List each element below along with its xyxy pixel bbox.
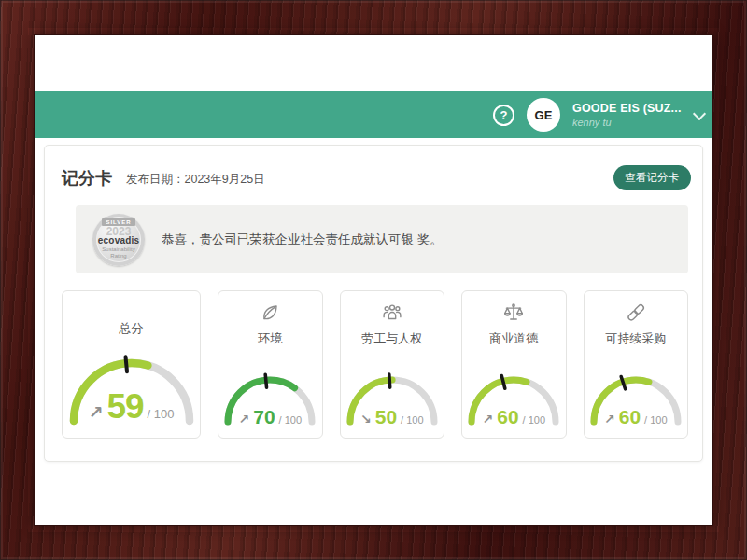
score-card: 环境↗70/ 100	[218, 290, 323, 439]
trend-down-icon: ↘	[360, 412, 372, 427]
score-line: ↘50/ 100	[344, 406, 441, 428]
score-card-label: 商业道德	[489, 330, 538, 347]
page-title: 记分卡	[62, 167, 112, 189]
score-card-label: 总分	[120, 320, 144, 337]
score-gauge: ↘50/ 100	[344, 369, 441, 430]
score-card: 劳工与人权↘50/ 100	[340, 290, 445, 439]
score-denominator: / 100	[523, 414, 545, 426]
app-page: ? GE GOODE EIS (SUZ... kenny tu 记分卡 发布日期…	[35, 35, 712, 525]
score-line: ↗70/ 100	[221, 406, 318, 428]
award-banner: SILVER 2023 ecovadis Sustainability Rati…	[76, 205, 688, 273]
user-name: kenny tu	[572, 116, 683, 129]
medal-tier-ribbon: SILVER	[102, 218, 134, 226]
link-icon	[624, 301, 648, 325]
score-card-label: 劳工与人权	[361, 330, 422, 347]
score-denominator: / 100	[401, 414, 423, 426]
score-value: 60	[619, 406, 641, 428]
trend-up-icon: ↗	[89, 401, 104, 423]
panel-header: 记分卡 发布日期：2023年9月25日 查看记分卡	[45, 146, 702, 190]
medal-brand: ecovadis	[98, 236, 139, 245]
gauge-needle	[125, 357, 127, 371]
trend-up-icon: ↗	[604, 412, 615, 427]
score-line: ↗60/ 100	[587, 406, 684, 428]
avatar[interactable]: GE	[527, 98, 560, 132]
score-line: ↗59/ 100	[66, 387, 197, 427]
account-name: GOODE EIS (SUZ...	[572, 101, 683, 116]
score-denominator: / 100	[644, 414, 667, 426]
people-icon	[380, 301, 404, 325]
score-gauge: ↗60/ 100	[587, 369, 684, 430]
score-card: 可持续采购↗60/ 100	[584, 290, 689, 439]
help-icon[interactable]: ?	[493, 105, 514, 126]
score-gauge: ↗70/ 100	[221, 369, 318, 430]
trend-up-icon: ↗	[482, 412, 493, 427]
app-header: ? GE GOODE EIS (SUZ... kenny tu	[35, 91, 712, 138]
score-card: 总分↗59/ 100	[62, 290, 201, 439]
score-value: 59	[106, 387, 143, 427]
scales-icon	[501, 301, 526, 325]
score-card-label: 环境	[258, 330, 282, 347]
score-line: ↗60/ 100	[465, 406, 562, 428]
score-cards-row: 总分↗59/ 100环境↗70/ 100劳工与人权↘50/ 100商业道德↗60…	[62, 290, 688, 439]
score-value: 50	[375, 406, 397, 428]
score-denominator: / 100	[279, 414, 302, 426]
score-value: 60	[497, 406, 518, 428]
chevron-down-icon[interactable]	[693, 106, 706, 119]
view-scorecard-button[interactable]: 查看记分卡	[613, 165, 692, 190]
leaf-icon	[258, 301, 282, 325]
ecovadis-medal: SILVER 2023 ecovadis Sustainability Rati…	[92, 214, 145, 266]
publish-date: 发布日期：2023年9月25日	[126, 169, 265, 188]
publish-date-label: 发布日期：	[126, 173, 185, 186]
score-gauge: ↗60/ 100	[465, 369, 562, 430]
gauge-needle	[389, 374, 390, 387]
score-denominator: / 100	[148, 407, 175, 421]
gauge-needle	[265, 374, 266, 387]
score-card: 商业道德↗60/ 100	[461, 290, 567, 439]
screenshot-stage: ? GE GOODE EIS (SUZ... kenny tu 记分卡 发布日期…	[0, 0, 747, 560]
account-menu[interactable]: GOODE EIS (SUZ... kenny tu	[572, 101, 683, 130]
score-gauge: ↗59/ 100	[66, 350, 197, 430]
award-message: 恭喜，贵公司已荣获企业社会责任成就认可银 奖。	[162, 231, 443, 248]
score-card-label: 可持续采购	[605, 330, 666, 347]
score-value: 70	[253, 406, 275, 428]
publish-date-value: 2023年9月25日	[185, 173, 265, 186]
trend-up-icon: ↗	[238, 412, 249, 427]
scorecard-panel: 记分卡 发布日期：2023年9月25日 查看记分卡 SILVER 2023 ec…	[44, 145, 703, 462]
medal-tagline: Sustainability Rating	[97, 246, 140, 259]
